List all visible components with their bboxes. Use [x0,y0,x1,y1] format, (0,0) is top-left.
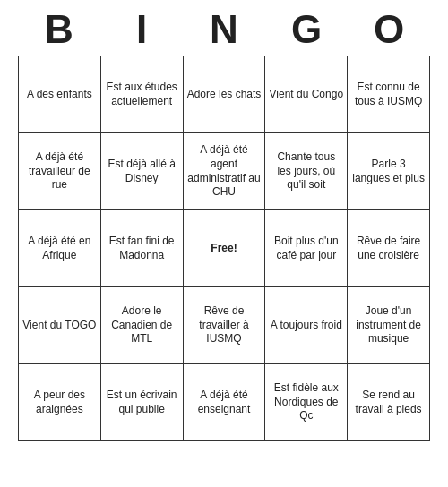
table-row: Vient du TOGOAdore le Canadien de MTLRêv… [19,287,430,364]
cell-4-3[interactable]: Est fidèle aux Nordiques de Qc [265,364,348,441]
cell-1-2[interactable]: A déjà été agent administratif au CHU [183,133,265,210]
cell-1-1[interactable]: Est déjà allé à Disney [100,133,183,210]
letter-o: O [353,7,425,52]
cell-0-4[interactable]: Est connu de tous à IUSMQ [348,56,430,133]
cell-0-0[interactable]: A des enfants [19,56,101,133]
cell-0-1[interactable]: Est aux études actuellement [100,56,183,133]
cell-0-3[interactable]: Vient du Congo [265,56,348,133]
cell-0-2[interactable]: Adore les chats [183,56,265,133]
cell-4-1[interactable]: Est un écrivain qui publie [100,364,183,441]
cell-3-3[interactable]: A toujours froid [265,287,348,364]
cell-3-0[interactable]: Vient du TOGO [19,287,101,364]
letter-b: B [23,7,95,52]
cell-3-1[interactable]: Adore le Canadien de MTL [100,287,183,364]
letter-i: I [106,7,177,52]
cell-4-2[interactable]: A déjà été enseignant [183,364,265,441]
cell-2-2[interactable]: Free! [183,210,265,287]
cell-2-3[interactable]: Boit plus d'un café par jour [265,210,348,287]
cell-4-0[interactable]: A peur des araignées [19,364,101,441]
cell-3-2[interactable]: Rêve de travailler à IUSMQ [183,287,265,364]
cell-3-4[interactable]: Joue d'un instrument de musique [348,287,430,364]
cell-4-4[interactable]: Se rend au travail à pieds [348,364,430,441]
table-row: A déjà été travailleur de rueEst déjà al… [19,133,430,210]
bingo-header: B I N G O [18,0,430,56]
table-row: A des enfantsEst aux études actuellement… [19,56,430,133]
table-row: A peur des araignéesEst un écrivain qui … [19,364,430,441]
letter-g: G [271,7,342,52]
cell-2-4[interactable]: Rêve de faire une croisière [348,210,430,287]
cell-1-0[interactable]: A déjà été travailleur de rue [19,133,101,210]
letter-n: N [188,7,260,52]
cell-1-3[interactable]: Chante tous les jours, où qu'il soit [265,133,348,210]
bingo-table: A des enfantsEst aux études actuellement… [18,56,430,441]
cell-2-1[interactable]: Est fan fini de Madonna [100,210,183,287]
cell-1-4[interactable]: Parle 3 langues et plus [348,133,430,210]
table-row: A déjà été en AfriqueEst fan fini de Mad… [19,210,430,287]
cell-2-0[interactable]: A déjà été en Afrique [19,210,101,287]
